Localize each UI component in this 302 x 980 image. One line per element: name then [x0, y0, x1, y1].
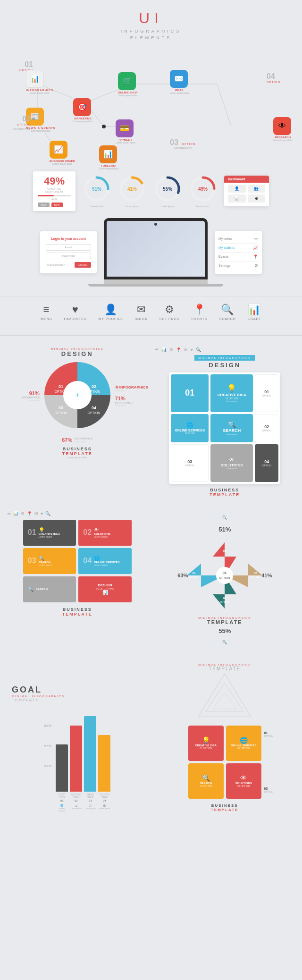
icon-business-graph: 📈 BUSINESS GRAPH Lorem ipsum dolor — [50, 141, 75, 165]
svg-marker-51 — [206, 683, 243, 711]
pct-top: 🔍 51% — [218, 511, 231, 533]
fold-bars-grid: 01 💡 CREATIVE IDEA Lorem ipsum 02 👁 SOLU… — [23, 520, 132, 602]
gauge-2: 41% Lorem ipsum — [118, 175, 146, 208]
infographic-row-2: ☰ 📊 ⚙ 📍 ✉ ♥ 🔍 01 💡 CREATIVE IDEA Lorem i… — [7, 511, 295, 649]
svg-text:OPTION: OPTION — [220, 600, 230, 603]
inf1-biz-label: BUSINESS TEMPLATE Lorem ipsum dolor — [62, 447, 92, 459]
hero-subtitle: INFOGRAPHICS ELEMENTS — [0, 28, 302, 42]
infographic-pie: MINIMAL INFOGRAPHICS DESIGN 91% INFOGRAP… — [7, 347, 148, 459]
svg-text:+: + — [75, 391, 79, 399]
pct-bottom: 55% 🔍 — [218, 627, 231, 649]
add-button[interactable]: ADD — [38, 203, 50, 207]
menu-card: My notes✏ My statistic📈 Events📍 Settings… — [215, 231, 262, 274]
nav-search[interactable]: 🔍 SEARCH — [219, 304, 236, 321]
icon-research: 👁 RESEARCH Lorem ipsum dolor — [273, 117, 293, 142]
svg-point-40 — [216, 567, 233, 584]
svg-text:51%: 51% — [92, 186, 101, 192]
option-04: 04 OPTION — [267, 72, 293, 84]
svg-text:OPTION: OPTION — [54, 411, 67, 414]
inf1-side-left: 91% INFOGRAPHICS Lorem ipsum — [16, 390, 40, 401]
inf1-bottom: 67% INFOGRAPHICSLorem ipsum — [62, 437, 92, 443]
email-field[interactable]: Email — [46, 244, 91, 251]
nav-chart[interactable]: 📊 CHART — [248, 304, 261, 321]
icon-infographics: 📊 INFOGRAPHICS Lorem ipsum dolor — [26, 70, 53, 94]
icon-online-shop: 🛒 ONLINE SHOP Lorem ipsum dolor — [118, 72, 137, 97]
nav-settings[interactable]: ⚙ SETTINGS — [159, 304, 180, 321]
nav-favorites[interactable]: ♥ FAVORITES — [64, 304, 87, 321]
svg-text:02: 02 — [254, 572, 257, 574]
svg-text:04: 04 — [193, 572, 196, 574]
svg-text:01: 01 — [59, 384, 63, 389]
svg-text:03: 03 — [59, 406, 63, 410]
svg-text:02: 02 — [92, 384, 96, 389]
main-widgets-row: Login to your account Email Password For… — [0, 213, 302, 296]
laptop — [104, 218, 208, 287]
mini-toolbar-3: ☰ 📊 ⚙ 📍 ✉ ♥ 🔍 — [7, 511, 50, 516]
svg-text:04: 04 — [92, 406, 96, 410]
inf2-biz-label: BUSINESS TEMPLATE — [210, 488, 240, 497]
mini-toolbar-2: ☰ 📊 ⚙ 📍 ✉ ♥ 🔍 — [155, 347, 201, 352]
gauges-row: 49% CREATIVE COMPONENT 23% ADD 52% 51% L… — [0, 169, 302, 213]
menu-item-notes[interactable]: My notes✏ — [218, 235, 258, 244]
inf6-biz-label: BUSINESS TEMPLATE — [211, 803, 239, 812]
svg-text:OPTION: OPTION — [251, 575, 260, 578]
gauge-1: 51% Lorem ipsum — [83, 175, 111, 208]
option-02: 02 OPTION INFOGRAPHICS — [5, 115, 31, 130]
svg-text:03: 03 — [223, 597, 226, 600]
infographic-folds: ☰ 📊 ⚙ 📍 ✉ ♥ 🔍 01 💡 CREATIVE IDEA Lorem i… — [7, 511, 148, 617]
svg-line-8 — [217, 84, 231, 127]
infographic-right-col: MINIMAL INFOGRAPHICS TEMPLATE 💡 CREATIVE… — [155, 663, 295, 812]
inf3-tag: MINIMAL INFOGRAPHICS TEMPLATE — [198, 617, 251, 625]
goal-bars: 63% 57% 51% — [39, 707, 115, 792]
pct-button[interactable]: 52% — [51, 203, 63, 207]
nav-inbox[interactable]: ✉ INBOX — [135, 304, 148, 321]
svg-text:OPTION: OPTION — [190, 575, 199, 578]
nav-menu[interactable]: ≡ MENU — [41, 304, 52, 321]
svg-text:OPTION: OPTION — [87, 411, 100, 414]
login-button[interactable]: LOGIN — [75, 262, 91, 268]
infographic-goals: GOAL MINIMAL INFOGRAPHICS TEMPLATE 63% 5… — [7, 685, 148, 812]
login-widget: Login to your account Email Password For… — [40, 231, 97, 273]
hero-section: UI INFOGRAPHICS ELEMENTS 01 OPTION — [0, 0, 302, 335]
infographic-triangle: MINIMAL INFOGRAPHICS TEMPLATE — [155, 663, 295, 718]
svg-text:49%: 49% — [198, 186, 208, 192]
dashboard-card: Dashboard 👤 👥 📊 ⚙ — [224, 176, 269, 206]
svg-point-11 — [102, 125, 106, 128]
menu-item-settings[interactable]: Settings⚙ — [218, 262, 258, 270]
password-field[interactable]: Password — [46, 253, 91, 259]
infographic-row-1: MINIMAL INFOGRAPHICS DESIGN 91% INFOGRAP… — [7, 347, 295, 497]
svg-text:41%: 41% — [127, 186, 137, 192]
diamond-svg-wrap: 01 OPTION 04 OPTION 02 OPTION 01 03 OPTI… — [177, 538, 272, 613]
stat-card: 49% CREATIVE COMPONENT 23% ADD 52% — [33, 171, 76, 211]
svg-text:OPTION: OPTION — [54, 390, 67, 393]
icon-infographics2: 03 OPTION INFOGRAPHICS — [170, 138, 195, 150]
infographics-section: MINIMAL INFOGRAPHICS DESIGN 91% INFOGRAP… — [0, 336, 302, 824]
infographic-diamond: 🔍 51% 01 OPTION — [155, 511, 295, 649]
infographic-cross-grid: 💡 CREATIVE IDEA 01 OPTION 🌐 ONLINE SERVI… — [155, 723, 295, 812]
svg-text:OPTION: OPTION — [219, 576, 230, 579]
cross-grid-container: 💡 CREATIVE IDEA 01 OPTION 🌐 ONLINE SERVI… — [188, 726, 261, 799]
nav-events[interactable]: 📍 EVENTS — [192, 304, 208, 321]
inf1-side-right: ⚙ INFOGRAPHICS Lorem ipsum 71% INFOGRAPH… — [115, 385, 139, 406]
infographic-squares: ☰ 📊 ⚙ 📍 ✉ ♥ 🔍 MINIMAL INFOGRAPHICS DESIG… — [155, 347, 295, 497]
icon-network: 01 OPTION 📊 INFOGRAPHICS Lorem ipsum dol… — [0, 46, 302, 169]
bottom-nav: ≡ MENU ♥ FAVORITES 👤 MY PROFILE ✉ INBOX … — [0, 296, 302, 330]
icon-marketing: 🎯 MARKETING Lorem ipsum dolor — [73, 98, 92, 123]
gauge-3: 55% Lorem ipsum — [153, 175, 182, 208]
svg-text:01: 01 — [223, 549, 226, 552]
nav-profile[interactable]: 👤 MY PROFILE — [99, 304, 123, 321]
icon-payment: 💳 PAYMENT Lorem ipsum dolor — [116, 119, 135, 144]
menu-item-events[interactable]: Events📍 — [218, 253, 258, 262]
tiles-grid: 01 💡 CREATIVE IDEA 01 OPTION Lorem ipsum… — [169, 372, 280, 484]
infographic-row-3: GOAL MINIMAL INFOGRAPHICS TEMPLATE 63% 5… — [7, 663, 295, 812]
menu-item-statistic[interactable]: My statistic📈 — [218, 244, 258, 253]
pie-chart: 01 OPTION 02 OPTION 03 OPTION 04 OPTION … — [42, 360, 113, 432]
inf3-biz-label: BUSINESS TEMPLATE — [62, 607, 92, 617]
svg-text:01: 01 — [223, 571, 227, 575]
icon-forecast: 📊 FORECAST Lorem ipsum dolor — [99, 145, 118, 170]
icon-email: ✉️ EMAIL Lorem ipsum dolor — [170, 70, 189, 94]
hero-title: UI — [0, 9, 302, 27]
svg-text:OPTION: OPTION — [87, 390, 100, 393]
svg-text:55%: 55% — [163, 186, 172, 192]
gauge-4: 49% Lorem ipsum — [189, 175, 217, 208]
